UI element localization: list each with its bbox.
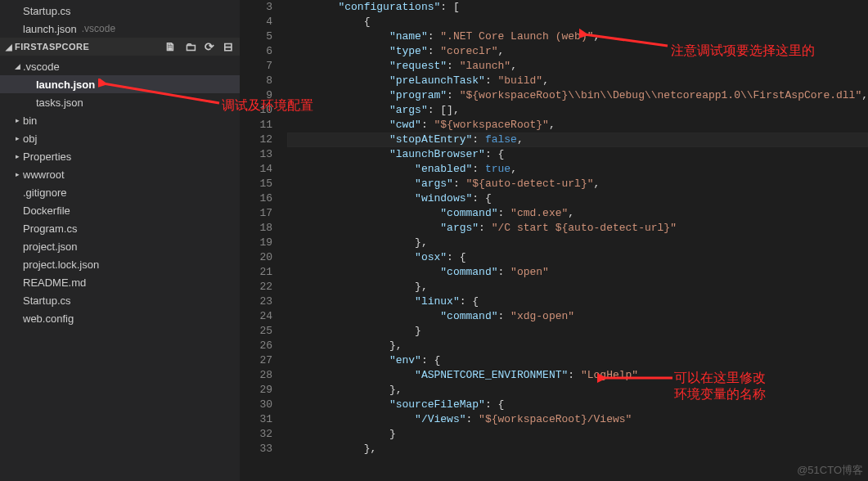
- code-line[interactable]: "command": "xdg-open": [287, 309, 868, 324]
- tree-file[interactable]: ▸project.json: [0, 237, 240, 255]
- line-number: 21: [240, 265, 272, 280]
- code-line[interactable]: "args": [],: [287, 103, 868, 118]
- line-number: 25: [240, 324, 272, 339]
- code-line[interactable]: "windows": {: [287, 191, 868, 206]
- code-line[interactable]: "request": "launch",: [287, 59, 868, 74]
- tree-item-label: .gitignore: [23, 187, 66, 199]
- code-line[interactable]: "args": "/C start ${auto-detect-url}": [287, 221, 868, 236]
- tree-file[interactable]: ▸Program.cs: [0, 219, 240, 237]
- tree-file[interactable]: ▸tasks.json: [0, 93, 240, 111]
- tree-item-label: bin: [23, 115, 37, 127]
- chevron-right-icon: ▸: [11, 170, 23, 178]
- tree-folder[interactable]: ▸Properties: [0, 147, 240, 165]
- tree-folder[interactable]: ▸bin: [0, 111, 240, 129]
- line-number-gutter: 3456789101112131415161718192021222324252…: [240, 0, 287, 481]
- line-number: 31: [240, 412, 272, 427]
- code-line[interactable]: "preLaunchTask": "build",: [287, 74, 868, 88]
- tree-item-label: obj: [23, 133, 37, 145]
- file-tree: ◢.vscode▸launch.json▸tasks.json▸bin▸obj▸…: [0, 56, 240, 327]
- tree-file[interactable]: ▸project.lock.json: [0, 255, 240, 273]
- code-editor[interactable]: 3456789101112131415161718192021222324252…: [240, 0, 868, 481]
- collapse-all-icon[interactable]: ⊟: [223, 40, 234, 53]
- open-editor-item[interactable]: launch.json.vscode: [0, 20, 240, 38]
- line-number: 19: [240, 236, 272, 250]
- line-number: 5: [240, 29, 272, 44]
- line-number: 20: [240, 250, 272, 265]
- line-number: 23: [240, 294, 272, 309]
- code-line[interactable]: "/Views": "${workspaceRoot}/Views": [287, 412, 868, 427]
- code-line[interactable]: "linux": {: [287, 294, 868, 309]
- line-number: 18: [240, 221, 272, 236]
- tree-folder[interactable]: ▸wwwroot: [0, 165, 240, 183]
- line-number: 29: [240, 383, 272, 398]
- tree-item-label: Program.cs: [23, 223, 77, 235]
- line-number: 33: [240, 442, 272, 456]
- code-line[interactable]: "cwd": "${workspaceRoot}",: [287, 118, 868, 133]
- code-line[interactable]: }: [287, 324, 868, 339]
- open-editor-filename: Startup.cs: [23, 5, 71, 17]
- code-line[interactable]: "launchBrowser": {: [287, 147, 868, 162]
- line-number: 12: [240, 133, 272, 147]
- tree-file[interactable]: ▸Dockerfile: [0, 201, 240, 219]
- open-editor-item[interactable]: Startup.cs: [0, 2, 240, 20]
- tree-item-label: project.lock.json: [23, 258, 99, 271]
- code-content[interactable]: "configurations": [ { "name": ".NET Core…: [287, 0, 868, 481]
- line-number: 3: [240, 0, 272, 15]
- tree-item-label: README.md: [23, 276, 86, 289]
- code-line[interactable]: },: [287, 383, 868, 398]
- code-line[interactable]: "command": "open": [287, 265, 868, 280]
- code-line[interactable]: "sourceFileMap": {: [287, 398, 868, 412]
- line-number: 17: [240, 206, 272, 221]
- chevron-down-icon: ◢: [11, 62, 23, 70]
- line-number: 16: [240, 191, 272, 206]
- tree-item-label: project.json: [23, 240, 77, 253]
- chevron-down-icon: ◢: [3, 43, 15, 52]
- code-line[interactable]: "type": "coreclr",: [287, 44, 868, 59]
- code-line[interactable]: "stopAtEntry": false,: [287, 133, 868, 147]
- line-number: 10: [240, 103, 272, 118]
- watermark: @51CTO博客: [797, 463, 863, 478]
- code-line[interactable]: {: [287, 15, 868, 29]
- new-file-icon[interactable]: 🗎: [164, 40, 177, 53]
- code-line[interactable]: "args": "${auto-detect-url}",: [287, 177, 868, 191]
- code-line[interactable]: "name": ".NET Core Launch (web)",: [287, 29, 868, 44]
- new-folder-icon[interactable]: 🗀: [185, 40, 197, 53]
- line-number: 8: [240, 74, 272, 88]
- tree-folder[interactable]: ◢.vscode: [0, 57, 240, 75]
- line-number: 6: [240, 44, 272, 59]
- tree-item-label: .vscode: [23, 61, 60, 73]
- project-title: FIRSTASPCORE: [15, 42, 164, 52]
- code-line[interactable]: },: [287, 236, 868, 250]
- line-number: 28: [240, 368, 272, 383]
- tree-file[interactable]: ▸web.config: [0, 309, 240, 327]
- code-line[interactable]: }: [287, 427, 868, 442]
- code-line[interactable]: },: [287, 442, 868, 456]
- tree-item-label: Dockerfile: [23, 205, 70, 217]
- code-line[interactable]: },: [287, 280, 868, 294]
- tree-file[interactable]: ▸README.md: [0, 273, 240, 291]
- code-line[interactable]: },: [287, 339, 868, 353]
- tree-file[interactable]: ▸Startup.cs: [0, 291, 240, 309]
- open-editor-path: .vscode: [82, 23, 115, 34]
- tree-item-label: web.config: [23, 312, 74, 325]
- explorer-section-header[interactable]: ◢ FIRSTASPCORE 🗎 🗀 ⟳ ⊟: [0, 38, 240, 56]
- open-editors-group: Startup.cslaunch.json.vscode: [0, 0, 240, 38]
- code-line[interactable]: "configurations": [: [287, 0, 868, 15]
- code-line[interactable]: "command": "cmd.exe",: [287, 206, 868, 221]
- line-number: 11: [240, 118, 272, 133]
- code-line[interactable]: "enabled": true,: [287, 162, 868, 177]
- tree-item-label: tasks.json: [36, 97, 83, 109]
- refresh-icon[interactable]: ⟳: [205, 40, 215, 53]
- tree-item-label: Startup.cs: [23, 294, 71, 307]
- code-line[interactable]: "osx": {: [287, 250, 868, 265]
- line-number: 15: [240, 177, 272, 191]
- tree-file[interactable]: ▸.gitignore: [0, 183, 240, 201]
- tree-file[interactable]: ▸launch.json: [0, 75, 240, 93]
- open-editor-filename: launch.json: [23, 23, 77, 35]
- line-number: 32: [240, 427, 272, 442]
- code-line[interactable]: "program": "${workspaceRoot}\\bin\\Debug…: [287, 88, 868, 103]
- tree-item-label: wwwroot: [23, 169, 65, 181]
- tree-folder[interactable]: ▸obj: [0, 129, 240, 147]
- code-line[interactable]: "ASPNETCORE_ENVIRONMENT": "LogHelp": [287, 368, 868, 383]
- code-line[interactable]: "env": {: [287, 353, 868, 368]
